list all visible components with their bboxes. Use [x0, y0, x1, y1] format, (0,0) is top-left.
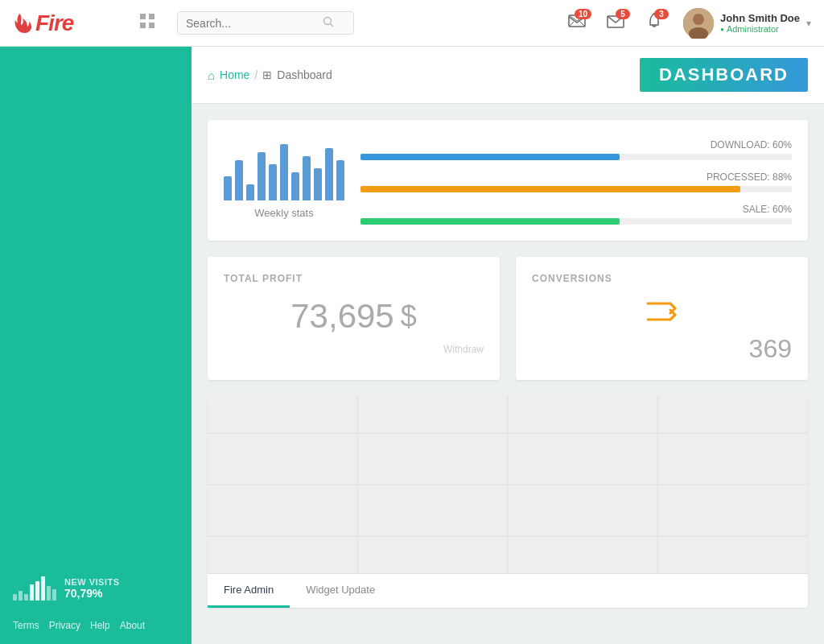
grid-icon[interactable] [134, 7, 161, 39]
email-badge: 5 [616, 9, 630, 19]
sale-label: SALE: 60% [360, 204, 792, 215]
tab-widget-update[interactable]: Widget Update [290, 574, 391, 608]
chart-bar-6 [280, 144, 288, 200]
svg-rect-0 [140, 14, 146, 19]
bar-chart [224, 136, 344, 200]
chart-bar-3 [246, 184, 254, 200]
user-info: John Smith Doe Administrator [720, 12, 800, 34]
chart-label: Weekly stats [254, 207, 313, 219]
sidebar-bottom: NEW VISITS 70,79% Terms Privacy Help Abo… [0, 564, 192, 631]
bar-3 [24, 594, 28, 601]
main-layout: NEW VISITS 70,79% Terms Privacy Help Abo… [0, 47, 824, 644]
bar-1 [13, 594, 17, 601]
map-card: Fire Admin Widget Update [208, 396, 808, 608]
visits-label: NEW VISITS [64, 577, 120, 587]
visits-chart [13, 576, 56, 601]
chart-bar-7 [291, 172, 299, 200]
bell-icon-wrapper[interactable]: 3 [638, 7, 670, 39]
page-title: DASHBOARD [640, 58, 808, 92]
total-profit-card: TOTAL PROFIT 73,695 $ Withdraw [208, 257, 500, 380]
processed-progress-bg [360, 186, 792, 192]
processed-label: PROCESSED: 88% [360, 171, 792, 183]
conversions-card: CONVERSIONS 369 [516, 257, 808, 380]
chart-bar-2 [235, 160, 243, 200]
breadcrumb-home[interactable]: Home [220, 68, 249, 81]
privacy-link[interactable]: Privacy [49, 620, 80, 631]
home-icon: ⌂ [208, 68, 215, 82]
user-name: John Smith Doe [720, 12, 800, 24]
main-content: ⌂ Home / ⊞ Dashboard DASHBOARD [192, 47, 824, 644]
svg-line-5 [331, 24, 334, 27]
help-link[interactable]: Help [90, 620, 110, 631]
bar-7 [47, 586, 51, 601]
sale-progress-fill [360, 218, 620, 225]
svg-line-9 [569, 22, 574, 27]
profit-value: 73,695 $ [224, 297, 484, 336]
bar-8 [52, 589, 56, 601]
bar-2 [19, 591, 23, 601]
profit-label: TOTAL PROFIT [224, 273, 484, 284]
processed-progress-fill [360, 186, 740, 192]
shuffle-icon [532, 297, 792, 326]
dollar-icon: $ [401, 299, 417, 333]
terms-link[interactable]: Terms [13, 620, 39, 631]
logo: Fire [13, 10, 117, 36]
top-navbar: Fire [0, 0, 824, 47]
topnav-right: 10 5 3 [561, 7, 811, 39]
chart-bar-9 [314, 168, 322, 200]
map-svg [208, 396, 808, 573]
logo-icon [13, 12, 32, 35]
withdraw-label[interactable]: Withdraw [224, 344, 484, 355]
processed-stat: PROCESSED: 88% [360, 171, 792, 192]
about-link[interactable]: About [120, 620, 145, 631]
download-label: DOWNLOAD: 60% [360, 139, 792, 151]
email-icon-wrapper[interactable]: 5 [599, 7, 632, 39]
search-button[interactable] [323, 16, 334, 30]
bar-4 [30, 584, 34, 601]
messages-icon-wrapper[interactable]: 10 [561, 7, 593, 39]
chart-bar-8 [303, 156, 311, 200]
weekly-stats-card: Weekly stats DOWNLOAD: 60% PROCESSED: 88… [208, 120, 808, 241]
sale-progress-bg [360, 218, 792, 225]
visits-info: NEW VISITS 70,79% [64, 577, 120, 600]
search-input[interactable] [186, 17, 323, 30]
sale-stat: SALE: 60% [360, 204, 792, 225]
chart-bar-10 [325, 148, 333, 200]
logo-text: Fire [35, 10, 73, 36]
breadcrumb: ⌂ Home / ⊞ Dashboard [208, 68, 332, 82]
bell-badge: 3 [654, 9, 669, 19]
svg-point-4 [324, 18, 332, 25]
map-placeholder [208, 396, 808, 573]
breadcrumb-current: Dashboard [277, 68, 332, 81]
svg-rect-2 [140, 23, 146, 28]
sidebar-footer: NEW VISITS 70,79% [0, 564, 192, 613]
bar-5 [35, 581, 39, 601]
breadcrumb-icon: ⊞ [262, 68, 272, 81]
profit-conversions-row: TOTAL PROFIT 73,695 $ Withdraw CONVERSIO… [208, 257, 808, 396]
profit-number: 73,695 [290, 297, 393, 336]
svg-line-10 [580, 22, 585, 27]
chart-bar-5 [269, 164, 277, 200]
content-area: Weekly stats DOWNLOAD: 60% PROCESSED: 88… [192, 104, 824, 640]
weekly-stats: Weekly stats DOWNLOAD: 60% PROCESSED: 88… [224, 136, 792, 225]
download-progress-fill [360, 154, 620, 160]
tab-fire-admin[interactable]: Fire Admin [208, 574, 290, 608]
chart-bar-4 [258, 152, 266, 200]
breadcrumb-bar: ⌂ Home / ⊞ Dashboard DASHBOARD [192, 47, 824, 104]
search-box [177, 11, 354, 35]
svg-rect-1 [149, 14, 154, 19]
dropdown-arrow-icon: ▾ [806, 18, 811, 29]
breadcrumb-sep: / [254, 68, 258, 81]
avatar [683, 8, 714, 39]
conversions-label: CONVERSIONS [532, 273, 792, 284]
svg-rect-3 [149, 23, 154, 28]
chart-bar-1 [224, 176, 232, 200]
messages-badge: 10 [575, 9, 591, 19]
download-stat: DOWNLOAD: 60% [360, 139, 792, 160]
download-progress-bg [360, 154, 792, 160]
chart-area: Weekly stats [224, 136, 344, 219]
user-area[interactable]: John Smith Doe Administrator ▾ [683, 8, 811, 39]
user-role: Administrator [720, 24, 800, 34]
sidebar: NEW VISITS 70,79% Terms Privacy Help Abo… [0, 47, 192, 644]
svg-point-14 [693, 14, 704, 25]
